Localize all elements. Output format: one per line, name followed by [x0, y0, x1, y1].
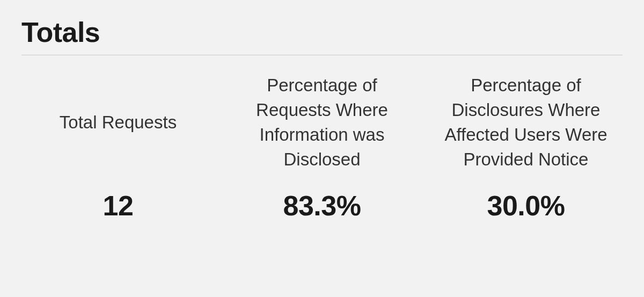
stat-value: 30.0% — [487, 190, 565, 222]
stat-notice-percentage: Percentage of Disclosures Where Affected… — [429, 71, 623, 222]
stat-header: Total Requests — [54, 71, 182, 173]
section-title: Totals — [21, 16, 623, 55]
stat-value: 83.3% — [283, 190, 361, 222]
stat-header: Percentage of Disclosures Where Affected… — [429, 71, 623, 173]
stat-header: Percentage of Requests Where Information… — [225, 71, 419, 173]
stat-total-requests: Total Requests 12 — [21, 71, 215, 222]
stat-value: 12 — [103, 190, 134, 222]
stats-grid: Total Requests 12 Percentage of Requests… — [21, 71, 623, 222]
stat-disclosure-percentage: Percentage of Requests Where Information… — [225, 71, 419, 222]
